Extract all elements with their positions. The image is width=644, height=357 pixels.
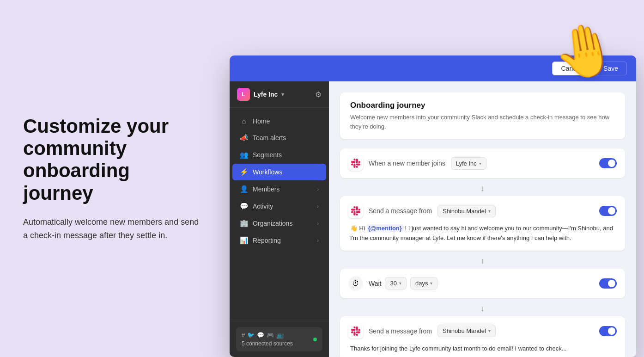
message-2-text: Thanks for joining the Lyfe community la…	[350, 345, 566, 352]
sidebar-item-organizations[interactable]: 🏢 Organizations ›	[232, 215, 326, 232]
members-icon: 👤	[240, 185, 248, 193]
message-2-sender-value: Shinobu Mandel	[443, 327, 486, 334]
trigger-step-card: When a new member joins Lyfe Inc ▾	[340, 148, 625, 178]
brand-avatar: L	[237, 88, 250, 101]
wait-number-value: 30	[390, 280, 396, 287]
left-section: Customize your community onboarding jour…	[0, 0, 226, 357]
sidebar-item-home[interactable]: ⌂ Home	[232, 113, 326, 129]
brand-left: L Lyfe Inc ▾	[237, 88, 284, 101]
select-chevron-icon-2: ▾	[488, 209, 491, 214]
gear-icon[interactable]: ⚙	[315, 90, 322, 99]
select-chevron-icon: ▾	[479, 161, 481, 166]
segments-icon: 👥	[240, 151, 248, 159]
sidebar-item-label: Team alerts	[253, 134, 286, 142]
wait-number-select[interactable]: 30 ▾	[385, 277, 406, 289]
organizations-icon: 🏢	[240, 219, 248, 228]
sidebar-item-label: Organizations	[253, 220, 292, 227]
mention-tag: {@mention}	[367, 224, 403, 232]
workflow-header-card: Onboarding journey Welcome new members i…	[340, 92, 625, 139]
sidebar-item-label: Workflows	[253, 168, 282, 176]
slack-icon-2	[348, 203, 363, 218]
message-1-top: Send a message from Shinobu Mandel ▾	[348, 203, 617, 218]
app-body: L Lyfe Inc ▾ ⚙ ⌂ Home 📣	[230, 81, 636, 357]
megaphone-icon: 📣	[240, 134, 248, 142]
activity-icon: 💬	[240, 202, 248, 210]
sources-icons: # 🐦 💬 🎮 📺	[242, 332, 293, 339]
wait-unit-select[interactable]: days ▾	[410, 277, 437, 289]
wait-unit-value: days	[415, 280, 428, 287]
app-window: Cancel Save L Lyfe Inc ▾ ⚙ ⌂	[230, 55, 636, 357]
message-1-label: Send a message from	[369, 207, 432, 215]
slack-icon	[348, 156, 363, 171]
connected-sources[interactable]: # 🐦 💬 🎮 📺 5 connected sources	[236, 327, 322, 351]
home-icon: ⌂	[240, 117, 248, 125]
sidebar-item-workflows[interactable]: ⚡ Workflows	[232, 164, 326, 180]
chevron-right-icon: ›	[317, 203, 319, 209]
chevron-right-icon: ›	[317, 238, 319, 243]
select-chevron-icon-5: ▾	[488, 328, 491, 333]
message-1-sender-value: Shinobu Mandel	[443, 208, 486, 215]
message-2-top: Send a message from Shinobu Mandel ▾	[348, 324, 617, 339]
brand-name: Lyfe Inc	[254, 91, 278, 98]
message-1-card: Send a message from Shinobu Mandel ▾ 👋 H…	[340, 196, 625, 251]
marketing-heading: Customize your community onboarding jour…	[23, 115, 203, 204]
sources-count-label: 5 connected sources	[242, 340, 293, 347]
message-1-sender-select[interactable]: Shinobu Mandel ▾	[437, 205, 496, 217]
sidebar-item-segments[interactable]: 👥 Segments	[232, 147, 326, 163]
message-2-sender-select[interactable]: Shinobu Mandel ▾	[437, 325, 496, 337]
select-chevron-icon-4: ▾	[430, 281, 432, 286]
message-2-card: Send a message from Shinobu Mandel ▾ Tha…	[340, 316, 625, 357]
trigger-workspace-select[interactable]: Lyfe Inc ▾	[451, 157, 486, 170]
message-2-toggle[interactable]	[599, 326, 617, 336]
twitter-source-icon: 🐦	[247, 332, 255, 339]
sidebar-item-label: Activity	[253, 203, 273, 210]
wait-toggle[interactable]	[599, 278, 617, 289]
connector-arrow-1: ↓	[340, 181, 625, 196]
sidebar-nav: ⌂ Home 📣 Team alerts 👥 Segments	[230, 108, 329, 321]
clock-icon: ⏱	[348, 276, 363, 291]
sidebar-brand[interactable]: L Lyfe Inc ▾ ⚙	[230, 81, 329, 108]
marketing-description: Automatically welcome new members and se…	[23, 215, 203, 242]
reporting-icon: 📊	[240, 236, 248, 245]
sidebar-item-label: Reporting	[253, 237, 281, 244]
brand-chevron-icon: ▾	[281, 91, 284, 98]
message-2-label: Send a message from	[369, 327, 432, 335]
youtube-source-icon: 📺	[276, 332, 284, 339]
message-1-toggle[interactable]	[599, 206, 617, 216]
wave-emoji: 👋 Hi	[350, 225, 367, 232]
chevron-right-icon: ›	[317, 186, 319, 192]
discord-source-icon: 🎮	[267, 332, 274, 339]
sidebar-item-team-alerts[interactable]: 📣 Team alerts	[232, 129, 326, 146]
message-2-body: Thanks for joining the Lyfe community la…	[348, 344, 617, 354]
wait-controls: Wait 30 ▾ days ▾	[369, 277, 437, 289]
slack-source-icon: #	[242, 332, 245, 339]
connected-status-dot	[313, 338, 317, 341]
chevron-right-icon: ›	[317, 221, 319, 226]
sidebar-item-activity[interactable]: 💬 Activity ›	[232, 198, 326, 215]
sidebar-footer: # 🐦 💬 🎮 📺 5 connected sources	[230, 321, 329, 357]
wait-step-card: ⏱ Wait 30 ▾ days ▾	[340, 269, 625, 298]
message-1-body: 👋 Hi {@mention} ! I just wanted to say h…	[348, 224, 617, 243]
chat-source-icon: 💬	[257, 332, 264, 339]
wait-label: Wait	[369, 280, 381, 287]
connector-arrow-2: ↓	[340, 253, 625, 269]
trigger-label: When a new member joins	[369, 160, 445, 167]
hand-decoration-icon: 🤚	[549, 20, 620, 81]
slack-icon-3	[348, 324, 363, 339]
sidebar-item-reporting[interactable]: 📊 Reporting ›	[232, 232, 326, 249]
bolt-icon: ⚡	[240, 168, 248, 176]
select-chevron-icon-3: ▾	[399, 281, 401, 286]
trigger-toggle[interactable]	[599, 158, 617, 168]
workflow-title: Onboarding journey	[350, 101, 615, 110]
sidebar: L Lyfe Inc ▾ ⚙ ⌂ Home 📣	[230, 81, 329, 357]
sidebar-item-label: Home	[253, 117, 270, 125]
sidebar-item-label: Segments	[253, 151, 282, 159]
sidebar-item-members[interactable]: 👤 Members ›	[232, 181, 326, 197]
connector-arrow-3: ↓	[340, 301, 625, 316]
main-content: Onboarding journey Welcome new members i…	[329, 81, 636, 357]
workflow-description: Welcome new members into your community …	[350, 113, 615, 131]
sidebar-item-label: Members	[253, 185, 279, 193]
trigger-workspace-value: Lyfe Inc	[456, 160, 477, 167]
